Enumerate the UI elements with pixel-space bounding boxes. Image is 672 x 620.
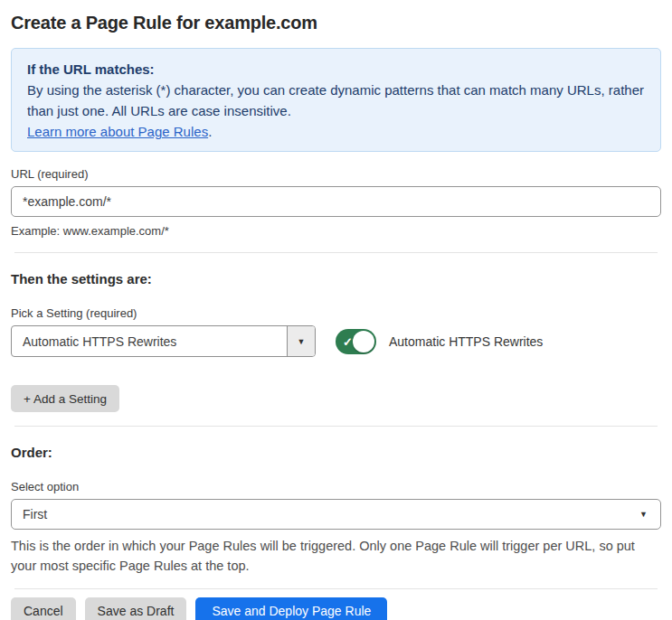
order-helper-text: This is the order in which your Page Rul… [11, 536, 661, 576]
https-rewrites-toggle[interactable]: ✓ [336, 329, 376, 354]
order-select-label: Select option [11, 480, 661, 493]
add-setting-button[interactable]: + Add a Setting [11, 385, 119, 412]
learn-more-page-rules-link[interactable]: Learn more about Page Rules [27, 124, 208, 139]
create-page-rule-form: Create a Page Rule for example.com If th… [0, 0, 672, 620]
order-select-dropdown[interactable]: First ▼ [11, 499, 661, 530]
divider [14, 588, 658, 589]
page-title: Create a Page Rule for example.com [11, 13, 661, 33]
dropdown-arrow-icon: ▼ [639, 510, 648, 519]
toggle-knob [353, 331, 374, 352]
save-as-draft-button[interactable]: Save as Draft [85, 597, 187, 620]
divider [14, 252, 658, 253]
link-period: . [208, 124, 212, 139]
info-box-body: By using the asterisk (*) character, you… [27, 80, 645, 121]
url-match-info-box: If the URL matches: By using the asteris… [11, 48, 661, 152]
setting-select-value: Automatic HTTPS Rewrites [12, 326, 287, 356]
info-box-heading: If the URL matches: [27, 59, 645, 80]
footer-actions: Cancel Save as Draft Save and Deploy Pag… [11, 597, 661, 620]
toggle-setting-label: Automatic HTTPS Rewrites [389, 334, 543, 349]
url-label: URL (required) [11, 167, 661, 181]
divider [14, 426, 658, 427]
dropdown-arrow-icon[interactable]: ▼ [287, 326, 315, 356]
url-helper-text: Example: www.example.com/* [11, 224, 661, 238]
check-icon: ✓ [343, 335, 353, 347]
save-and-deploy-button[interactable]: Save and Deploy Page Rule [195, 597, 387, 620]
setting-select-dropdown[interactable]: Automatic HTTPS Rewrites ▼ [11, 325, 316, 357]
setting-picker-row: Automatic HTTPS Rewrites ▼ ✓ Automatic H… [11, 325, 661, 357]
order-select-value: First [23, 507, 47, 521]
cancel-button[interactable]: Cancel [11, 597, 76, 620]
url-input[interactable] [11, 186, 661, 217]
pick-setting-label: Pick a Setting (required) [11, 306, 661, 320]
settings-section-heading: Then the settings are: [11, 271, 661, 287]
order-section-heading: Order: [11, 445, 661, 460]
info-box-link-line: Learn more about Page Rules. [27, 121, 645, 142]
